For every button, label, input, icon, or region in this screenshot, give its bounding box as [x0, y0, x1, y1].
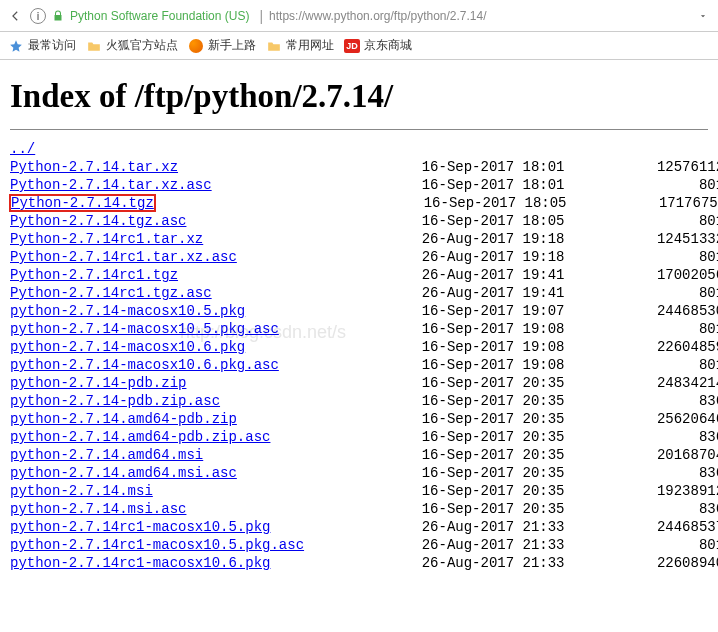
- divider: [10, 129, 708, 130]
- folder-icon: [86, 38, 102, 54]
- bookmark-label: 火狐官方站点: [106, 37, 178, 54]
- file-link[interactable]: Python-2.7.14rc1.tar.xz.asc: [10, 249, 237, 265]
- bookmark-label: 新手上路: [208, 37, 256, 54]
- address-bar: i Python Software Foundation (US) | http…: [0, 0, 718, 32]
- file-link[interactable]: python-2.7.14rc1-macosx10.6.pkg: [10, 555, 270, 571]
- file-link[interactable]: python-2.7.14.msi: [10, 483, 153, 499]
- file-link[interactable]: python-2.7.14-pdb.zip.asc: [10, 393, 220, 409]
- bookmark-label: 最常访问: [28, 37, 76, 54]
- lock-icon: [50, 8, 66, 24]
- site-identity: Python Software Foundation (US): [70, 9, 249, 23]
- file-link[interactable]: Python-2.7.14.tar.xz: [10, 159, 178, 175]
- file-link[interactable]: python-2.7.14.amd64.msi: [10, 447, 203, 463]
- file-link[interactable]: python-2.7.14.msi.asc: [10, 501, 186, 517]
- file-link[interactable]: Python-2.7.14.tar.xz.asc: [10, 177, 212, 193]
- file-link[interactable]: python-2.7.14-macosx10.5.pkg: [10, 303, 245, 319]
- file-link[interactable]: python-2.7.14-macosx10.5.pkg.asc: [10, 321, 279, 337]
- dropdown-icon[interactable]: [698, 8, 714, 24]
- folder-icon: [266, 38, 282, 54]
- file-link[interactable]: python-2.7.14rc1-macosx10.5.pkg.asc: [10, 537, 304, 553]
- file-link[interactable]: python-2.7.14-macosx10.6.pkg.asc: [10, 357, 279, 373]
- bookmark-bar: 最常访问 火狐官方站点 新手上路 常用网址 JD 京东商城: [0, 32, 718, 60]
- separator: |: [259, 8, 263, 24]
- file-link[interactable]: python-2.7.14rc1-macosx10.5.pkg: [10, 519, 270, 535]
- file-link[interactable]: Python-2.7.14rc1.tgz.asc: [10, 285, 212, 301]
- jd-icon: JD: [344, 38, 360, 54]
- file-link[interactable]: python-2.7.14-pdb.zip: [10, 375, 186, 391]
- directory-listing: ../ Python-2.7.14.tar.xz 16-Sep-2017 18:…: [10, 140, 708, 572]
- file-link[interactable]: Python-2.7.14.tgz: [10, 195, 155, 211]
- bookmark-most-visited[interactable]: 最常访问: [4, 35, 80, 56]
- file-link[interactable]: Python-2.7.14rc1.tar.xz: [10, 231, 203, 247]
- file-link[interactable]: python-2.7.14.amd64-pdb.zip.asc: [10, 429, 270, 445]
- firefox-icon: [188, 38, 204, 54]
- page-title: Index of /ftp/python/2.7.14/: [10, 78, 708, 115]
- parent-dir-link[interactable]: ../: [10, 141, 35, 157]
- file-link[interactable]: Python-2.7.14.tgz.asc: [10, 213, 186, 229]
- file-link[interactable]: Python-2.7.14rc1.tgz: [10, 267, 178, 283]
- file-link[interactable]: python-2.7.14-macosx10.6.pkg: [10, 339, 245, 355]
- file-link[interactable]: python-2.7.14.amd64-pdb.zip: [10, 411, 237, 427]
- bookmark-common-sites[interactable]: 常用网址: [262, 35, 338, 56]
- page-content: Index of /ftp/python/2.7.14/ ../ Python-…: [0, 60, 718, 572]
- bookmark-firefox-official[interactable]: 火狐官方站点: [82, 35, 182, 56]
- bookmark-label: 常用网址: [286, 37, 334, 54]
- info-icon[interactable]: i: [30, 8, 46, 24]
- file-link[interactable]: python-2.7.14.amd64.msi.asc: [10, 465, 237, 481]
- bookmark-jd[interactable]: JD 京东商城: [340, 35, 416, 56]
- bookmark-label: 京东商城: [364, 37, 412, 54]
- bookmark-getting-started[interactable]: 新手上路: [184, 35, 260, 56]
- back-button[interactable]: [4, 5, 26, 27]
- arrow-left-icon: [8, 9, 22, 23]
- url-text[interactable]: https://www.python.org/ftp/python/2.7.14…: [269, 9, 486, 23]
- star-icon: [8, 38, 24, 54]
